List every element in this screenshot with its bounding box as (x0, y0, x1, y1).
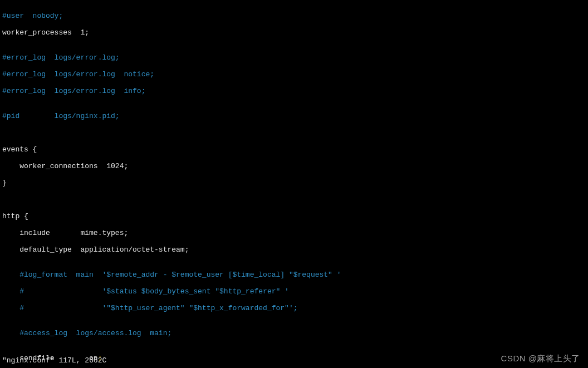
code-text: http { (2, 212, 28, 220)
code-text: events { (2, 145, 37, 154)
code-comment: #error_log logs/error.log notice; (2, 70, 154, 78)
code-comment: # '"$http_user_agent" "$http_x_forwarded… (2, 304, 298, 312)
code-text: default_type application/octet-stream; (2, 246, 189, 254)
code-text: worker_connections 1024; (2, 162, 128, 170)
code-comment: # '$status $body_bytes_sent "$http_refer… (2, 287, 289, 296)
code-comment: #log_format main '$remote_addr - $remote… (2, 271, 341, 279)
code-text: } (2, 179, 7, 187)
code-comment: #access_log logs/access.log main; (2, 329, 171, 337)
code-text: worker_processes 1; (2, 28, 89, 37)
code-text: include mime.types; (2, 229, 128, 237)
code-comment: #user nobody; (2, 12, 63, 20)
code-comment: #pid logs/nginx.pid; (2, 112, 120, 120)
code-editor[interactable]: #user nobody; worker_processes 1; #error… (0, 0, 588, 368)
status-bar: "nginx.conf" 117L, 2662C (2, 356, 106, 365)
code-comment: #error_log logs/error.log info; (2, 87, 145, 95)
code-comment: #error_log logs/error.log; (2, 53, 120, 62)
watermark: CSDN @麻将上头了 (501, 354, 580, 362)
